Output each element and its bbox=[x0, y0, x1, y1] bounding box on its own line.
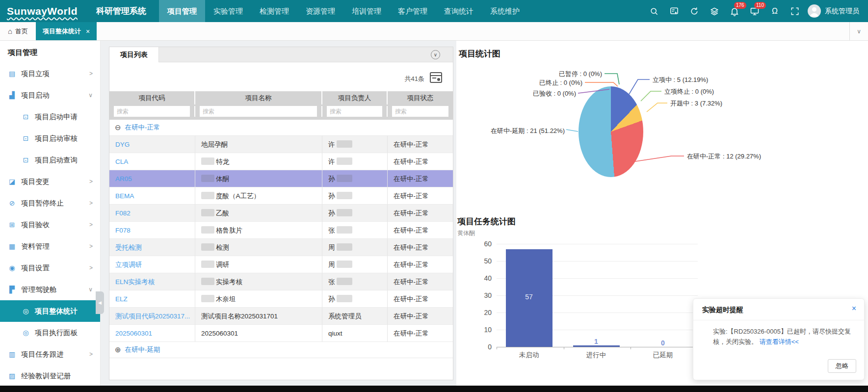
sidebar-item-项目任务跟进[interactable]: ▥项目任务跟进> bbox=[0, 343, 100, 365]
table-row-2025060301[interactable]: 20250603012025060301qiuxt在研中-正常 bbox=[109, 325, 453, 342]
ban-icon: ⊘ bbox=[8, 199, 16, 207]
sidebar-item-项目变更[interactable]: ◪项目变更> bbox=[0, 171, 100, 192]
column-header-项目代码[interactable]: 项目代码 bbox=[109, 91, 195, 105]
nav-item-系统维护[interactable]: 系统维护 bbox=[482, 0, 528, 22]
redaction-block bbox=[337, 209, 352, 216]
project-code-link[interactable]: DYG bbox=[109, 136, 195, 153]
table-row-ELZ[interactable]: ELZ木奈坦孙在研中-正常 bbox=[109, 290, 453, 308]
chevron-right-icon: > bbox=[89, 200, 93, 207]
table-row-F082[interactable]: F082乙酸孙在研中-正常 bbox=[109, 205, 453, 222]
form-icon[interactable] bbox=[669, 6, 679, 16]
tab-home[interactable]: ⌂ 首页 bbox=[0, 22, 36, 40]
sidebar-item-项目执行面板[interactable]: ◎项目执行面板 bbox=[0, 322, 100, 343]
sidebar-item-项目整体统计[interactable]: ◎项目整体统计 bbox=[0, 300, 100, 322]
project-name: 调研 bbox=[195, 256, 322, 273]
tab-close-icon[interactable]: × bbox=[86, 27, 90, 35]
sidebar-item-项目启动[interactable]: ▟项目启动∨ bbox=[0, 84, 100, 106]
monitor-icon[interactable]: 110 bbox=[750, 6, 760, 16]
project-code-link[interactable]: 2025060301 bbox=[109, 325, 195, 342]
sidebar-item-经验教训登记册[interactable]: ▨经验教训登记册 bbox=[0, 365, 100, 386]
sidebar-item-项目验收[interactable]: ⊞项目验收> bbox=[0, 214, 100, 235]
pie-label-开题中: 开题中 : 3 (7.32%) bbox=[670, 99, 722, 108]
column-settings-icon[interactable] bbox=[430, 72, 442, 83]
project-code-link[interactable]: ELN实操考核 bbox=[109, 273, 195, 290]
column-header-项目状态[interactable]: 项目状态 bbox=[388, 91, 453, 105]
table-row-DYG[interactable]: DYG地屈孕酮许在研中-正常 bbox=[109, 136, 453, 153]
avatar[interactable] bbox=[808, 4, 821, 18]
tab-project-overall-stats[interactable]: 项目整体统计 × bbox=[36, 22, 97, 40]
expand-group-icon[interactable]: ⊕ bbox=[115, 345, 121, 354]
project-code-link[interactable]: AR05 bbox=[109, 170, 195, 187]
nav-item-检测管理[interactable]: 检测管理 bbox=[251, 0, 297, 22]
badge-icon: ⊡ bbox=[22, 156, 30, 164]
sidebar-header: 项目管理 bbox=[0, 41, 100, 63]
ignore-button[interactable]: 忽略 bbox=[828, 359, 856, 373]
search-icon[interactable] bbox=[649, 6, 659, 16]
project-code-link[interactable]: F082 bbox=[109, 205, 195, 222]
column-header-项目负责人[interactable]: 项目负责人 bbox=[322, 91, 388, 105]
sidebar-collapse-handle[interactable]: ◀ bbox=[96, 291, 104, 314]
register-icon: ▨ bbox=[8, 372, 16, 380]
sidebar-item-管理驾驶舱[interactable]: ▛管理驾驶舱∨ bbox=[0, 279, 100, 300]
project-code-link[interactable]: BEMA bbox=[109, 187, 195, 205]
y-axis-label: 60 bbox=[472, 240, 492, 248]
omega-icon[interactable]: Ω bbox=[770, 6, 780, 16]
collapse-group-icon[interactable]: ⊖ bbox=[115, 123, 121, 132]
project-code-link[interactable]: ELZ bbox=[109, 290, 195, 308]
project-code-link[interactable]: 受托检测 bbox=[109, 239, 195, 256]
experiment-timeout-popup: 实验超时提醒 × 实验:【RD250326-0005】已超时，请尽快提交复核，关… bbox=[693, 298, 865, 380]
column-header-项目名称[interactable]: 项目名称 bbox=[195, 91, 322, 105]
y-axis-label: 0 bbox=[472, 343, 492, 351]
sidebar-item-资料管理[interactable]: ▦资料管理> bbox=[0, 235, 100, 257]
project-code-link[interactable]: 测试项目代码20250317... bbox=[109, 308, 195, 325]
table-row-ELN实操考核[interactable]: ELN实操考核实操考核张在研中-正常 bbox=[109, 273, 453, 290]
project-list-card: 项目列表 ∨ 共41条 项目代码项目名称项目负责人项目状态 ⊖ 在研中-正常 D… bbox=[109, 47, 453, 380]
sidebar-item-项目设置[interactable]: ◉项目设置> bbox=[0, 257, 100, 279]
project-code-link[interactable]: F078 bbox=[109, 222, 195, 239]
table-row-AR05[interactable]: AR05体酮孙在研中-正常 bbox=[109, 170, 453, 187]
refresh-icon[interactable] bbox=[689, 6, 699, 16]
table-row-测试项目代码20250317...[interactable]: 测试项目代码20250317...测试项目名称2025031701系统管理员在研… bbox=[109, 308, 453, 325]
popup-detail-link[interactable]: 请查看详情<< bbox=[760, 338, 799, 345]
project-code-link[interactable]: CLA bbox=[109, 153, 195, 170]
y-axis-label: 30 bbox=[472, 291, 492, 299]
redaction-block bbox=[337, 175, 352, 182]
table-row-受托检测[interactable]: 受托检测检测周在研中-正常 bbox=[109, 239, 453, 256]
search-input-项目名称[interactable] bbox=[200, 106, 317, 117]
group-row-open[interactable]: ⊖ 在研中-正常 bbox=[109, 120, 453, 136]
nav-item-培训管理[interactable]: 培训管理 bbox=[343, 0, 390, 22]
group-row-closed[interactable]: ⊕ 在研中-延期 bbox=[109, 342, 453, 358]
chevron-right-icon: > bbox=[89, 178, 93, 185]
panel-tab-project-list[interactable]: 项目列表 bbox=[109, 47, 159, 62]
table-row-F078[interactable]: F078格鲁肽片张在研中-正常 bbox=[109, 222, 453, 239]
sidebar-item-项目启动申请[interactable]: ⊡项目启动申请 bbox=[0, 106, 100, 128]
sidebar-item-项目暂停终止[interactable]: ⊘项目暂停终止> bbox=[0, 192, 100, 214]
sidebar-item-项目启动查询[interactable]: ⊡项目启动查询 bbox=[0, 149, 100, 171]
stat-icon: ◎ bbox=[22, 329, 30, 337]
panel-collapse-icon[interactable]: ∨ bbox=[431, 50, 440, 59]
table-row-BEMA[interactable]: BEMA度酸（A工艺）孙在研中-正常 bbox=[109, 187, 453, 205]
popup-close-icon[interactable]: × bbox=[852, 304, 856, 313]
sidebar-item-项目启动审核[interactable]: ⊡项目启动审核 bbox=[0, 128, 100, 149]
popup-header: 实验超时提醒 × bbox=[693, 299, 864, 320]
layers-icon[interactable] bbox=[710, 6, 719, 16]
search-input-项目负责人[interactable] bbox=[327, 106, 382, 117]
table-row-CLA[interactable]: CLA特龙许在研中-正常 bbox=[109, 153, 453, 170]
chart-icon: ▟ bbox=[8, 91, 16, 99]
nav-item-项目管理[interactable]: 项目管理 bbox=[159, 0, 205, 22]
tab-list-chevron-down-icon[interactable]: ∨ bbox=[849, 22, 868, 40]
y-axis-label: 10 bbox=[472, 326, 492, 334]
table-row-立项调研[interactable]: 立项调研调研周在研中-正常 bbox=[109, 256, 453, 273]
nav-item-客户管理[interactable]: 客户管理 bbox=[390, 0, 436, 22]
search-input-项目代码[interactable] bbox=[114, 106, 190, 117]
user-box[interactable]: 系统管理员 bbox=[808, 4, 859, 18]
fullscreen-icon[interactable] bbox=[790, 6, 800, 16]
bar-chart-subtitle: 黄体酮 bbox=[457, 229, 475, 237]
bell-icon[interactable]: 176 bbox=[730, 6, 739, 16]
sidebar-item-项目立项[interactable]: ▤项目立项> bbox=[0, 63, 100, 84]
nav-item-资源管理[interactable]: 资源管理 bbox=[297, 0, 343, 22]
nav-item-实验管理[interactable]: 实验管理 bbox=[205, 0, 251, 22]
project-code-link[interactable]: 立项调研 bbox=[109, 256, 195, 273]
nav-item-查询统计[interactable]: 查询统计 bbox=[436, 0, 482, 22]
search-input-项目状态[interactable] bbox=[392, 106, 448, 117]
